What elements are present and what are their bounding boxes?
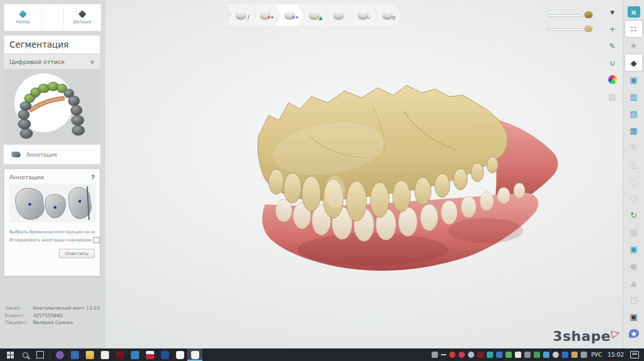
dental-scan-model <box>216 61 564 278</box>
annotation-menu-item[interactable]: Аннотация <box>4 145 100 164</box>
taskbar-divider <box>49 351 50 359</box>
step-marker: ▲ <box>319 15 323 21</box>
page-title: Сегментация <box>4 35 100 54</box>
color-wheel-icon[interactable] <box>604 71 621 88</box>
tray-icon-defender[interactable] <box>543 352 549 358</box>
tray-icon-graycircle[interactable] <box>468 352 474 358</box>
tray-icon-green-bubble[interactable] <box>506 352 512 358</box>
right-toolbar-main: ×∷✳◆▣▥▤▦✎△◌○↻▥▣●▲□▣★ <box>625 4 642 342</box>
taskbar: РУС 15:02 <box>0 348 644 361</box>
help-icon[interactable]: ? <box>91 174 95 180</box>
start-button[interactable] <box>3 348 18 361</box>
taskbar-app-blue[interactable] <box>67 348 82 361</box>
next-arrow-icon <box>78 10 86 18</box>
language-indicator[interactable]: РУС <box>590 352 603 358</box>
order-info-row: Заказ: Анатомический мост 13-23 <box>5 305 100 311</box>
task-view-icon <box>36 351 44 358</box>
view-orientation-icon[interactable]: + <box>604 21 621 37</box>
tray-icon-gray2[interactable] <box>524 352 531 358</box>
clear-button[interactable]: Очистить <box>59 249 95 258</box>
annotation-icon <box>11 152 21 157</box>
frame-muted-icon[interactable]: □ <box>625 291 642 308</box>
tray-icon-red[interactable] <box>449 352 455 358</box>
next-button[interactable]: Дальше <box>64 4 101 31</box>
taskbar-app-red[interactable] <box>142 348 157 361</box>
taskbar-app-camera[interactable] <box>97 348 112 361</box>
system-tray: РУС 15:02 <box>432 351 641 358</box>
duplicate-view-icon[interactable]: ▥ <box>625 88 642 105</box>
tooth-icon <box>236 11 246 19</box>
feedback-icon[interactable]: ★ <box>625 325 642 342</box>
tooth-icon <box>333 11 344 19</box>
sphere-muted-icon[interactable]: ● <box>625 258 642 274</box>
taskbar-app-tooth-active[interactable] <box>187 348 202 361</box>
search-icon <box>23 352 28 358</box>
taskbar-app-folder-blue[interactable] <box>127 348 142 361</box>
taskbar-app-blue2[interactable] <box>157 348 172 361</box>
lower-jaw-tooth-icon <box>584 25 593 32</box>
magnifier-muted-icon[interactable]: ◌ <box>625 173 642 189</box>
gears-icon[interactable]: ✳ <box>625 38 642 54</box>
step-scan[interactable]: / <box>226 4 255 26</box>
back-button[interactable]: Назад <box>4 4 41 31</box>
ring-muted-icon[interactable]: ○ <box>625 190 642 206</box>
order-info: Заказ: Анатомический мост 13-23 Клиент: … <box>5 305 100 326</box>
tray-icon-teal[interactable] <box>487 352 493 358</box>
tray-icon-white[interactable] <box>515 352 521 358</box>
ignore-annotations-checkbox[interactable] <box>93 237 100 243</box>
search-button[interactable] <box>18 348 33 361</box>
expand-view-icon[interactable]: ∷ <box>625 21 642 37</box>
next-label: Дальше <box>73 19 91 24</box>
tooth-icon <box>284 11 295 19</box>
step-marker: / <box>247 15 249 21</box>
close-icon[interactable]: × <box>625 4 642 20</box>
tray-icon-network[interactable] <box>581 352 587 358</box>
notification-center-icon[interactable] <box>630 351 639 358</box>
tooth-icon <box>260 11 271 19</box>
upper-jaw-opacity-slider[interactable] <box>548 15 583 16</box>
tooth-icon <box>309 11 319 19</box>
taskbar-app-darkred[interactable] <box>112 348 127 361</box>
tray-icon-heart[interactable] <box>459 352 465 358</box>
scan-pair-icon[interactable]: ∪ <box>604 55 621 71</box>
3shape-logo: 3shape ▷ <box>553 330 620 343</box>
tooth-icon <box>382 11 393 19</box>
tray-icon-blue[interactable] <box>496 352 502 358</box>
tray-icon-bluetooth[interactable] <box>562 352 568 358</box>
back-label: Назад <box>16 19 30 24</box>
camera-icon[interactable]: ▣ <box>625 308 642 325</box>
tray-icon-minimized[interactable] <box>441 354 446 355</box>
tooth-box-icon[interactable]: ▣ <box>625 241 642 257</box>
measure-muted-icon[interactable]: △ <box>625 156 642 172</box>
collapse-view-icon[interactable]: ▾ <box>604 4 621 20</box>
taskbar-app-folder[interactable] <box>82 348 97 361</box>
task-view-button[interactable] <box>33 348 48 361</box>
doc-muted-icon[interactable]: ▤ <box>604 88 621 105</box>
taskbar-app-tooth[interactable] <box>172 348 187 361</box>
prism-muted-icon[interactable]: ▲ <box>625 275 642 291</box>
windows-logo-icon <box>7 352 14 358</box>
lower-jaw-opacity-slider[interactable] <box>548 29 583 30</box>
tooth-refresh-icon[interactable]: ↻ <box>625 207 642 223</box>
right-toolbar-secondary: ▾+✎∪▤ <box>604 4 621 105</box>
pinned-apps <box>52 348 202 361</box>
left-sidebar: Назад Дальше Сегментация Цифровой оттиск… <box>0 0 105 348</box>
arch-preview[interactable] <box>4 69 100 144</box>
document-view-icon[interactable]: ▤ <box>625 105 642 122</box>
chevron-down-icon: ∨ <box>90 58 95 65</box>
smart-cap-icon[interactable]: ◆ <box>625 55 642 71</box>
clock[interactable]: 15:02 <box>606 352 625 358</box>
tray-icon-cloud[interactable] <box>553 352 559 358</box>
tray-icon-green2[interactable] <box>534 352 540 358</box>
columns-muted-icon[interactable]: ▥ <box>625 224 642 240</box>
copy-view-icon[interactable]: ▣ <box>625 71 642 88</box>
section-label: Цифровой оттиск <box>9 58 65 65</box>
annotation-pen-icon[interactable]: ✎ <box>604 38 621 54</box>
taskbar-app-purple[interactable] <box>52 348 67 361</box>
tray-icon-gray[interactable] <box>432 352 438 358</box>
pencil-muted-icon[interactable]: ✎ <box>625 139 642 155</box>
tray-icon-folder-tan[interactable] <box>571 352 578 358</box>
tray-icon-darkred[interactable] <box>477 352 484 358</box>
export-view-icon[interactable]: ▦ <box>625 122 642 139</box>
digital-impression-section[interactable]: Цифровой оттиск ∨ <box>4 55 100 69</box>
